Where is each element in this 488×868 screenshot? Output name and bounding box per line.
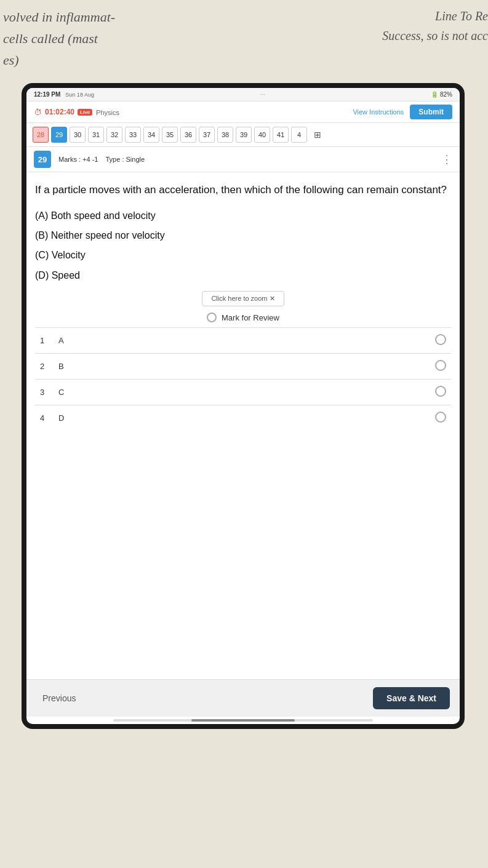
- review-circle-icon: [207, 313, 217, 322]
- question-meta-bar: 29 Marks : +4 -1 Type : Single ⋮: [26, 147, 460, 172]
- question-text: If a particle moves with an acceleration…: [35, 182, 451, 198]
- app-header: ⏱ 01:02:40 Live Physics View Instruction…: [26, 102, 460, 123]
- nav-num-38[interactable]: 38: [217, 127, 233, 143]
- battery-pct: 82%: [440, 91, 452, 98]
- option-d[interactable]: (D) Speed: [35, 269, 451, 282]
- nav-num-29[interactable]: 29: [51, 127, 67, 143]
- answer-row-2[interactable]: 2 B: [35, 354, 451, 380]
- mark-for-review[interactable]: Mark for Review: [207, 313, 279, 322]
- option-c[interactable]: (C) Velocity: [35, 249, 451, 262]
- row-letter-a: A: [54, 328, 72, 354]
- nav-num-30[interactable]: 30: [70, 127, 86, 143]
- question-nav-bar: 28 29 30 31 32 33 34 35 36 37 38 39 40 4…: [26, 123, 460, 147]
- row-letter-d: D: [54, 405, 72, 431]
- bottom-navigation: Previous Save & Next: [26, 679, 460, 717]
- previous-button[interactable]: Previous: [36, 690, 82, 707]
- scroll-thumb: [191, 719, 295, 722]
- row-radio-2[interactable]: [430, 354, 451, 380]
- row-content-1: [72, 328, 430, 354]
- nav-num-31[interactable]: 31: [88, 127, 104, 143]
- bg-handwritten-right: Line To Re Success, so is not acc: [382, 6, 488, 46]
- nav-num-35[interactable]: 35: [162, 127, 178, 143]
- bg-handwritten-left: volved in inflammat- cells called (mast …: [3, 6, 115, 71]
- subject-label: Physics: [96, 109, 119, 116]
- nav-num-28[interactable]: 28: [33, 127, 49, 143]
- header-right: View Instructions Submit: [353, 105, 452, 119]
- option-b[interactable]: (B) Neither speed nor velocity: [35, 229, 451, 242]
- radio-button-1[interactable]: [435, 334, 446, 345]
- nav-num-32[interactable]: 32: [106, 127, 122, 143]
- row-num-1: 1: [35, 328, 54, 354]
- scroll-indicator: [113, 719, 373, 722]
- answer-row-4[interactable]: 4 D: [35, 405, 451, 431]
- nav-num-39[interactable]: 39: [236, 127, 252, 143]
- row-num-3: 3: [35, 380, 54, 405]
- view-instructions-link[interactable]: View Instructions: [353, 108, 404, 116]
- row-radio-3[interactable]: [430, 380, 451, 405]
- status-left: 12:19 PM Sun 18 Aug: [34, 91, 94, 98]
- option-a[interactable]: (A) Both speed and velocity: [35, 209, 451, 223]
- row-content-4: [72, 405, 430, 431]
- mark-review-label: Mark for Review: [222, 313, 279, 322]
- question-content-area: If a particle moves with an acceleration…: [26, 172, 460, 679]
- battery-icon: 🔋: [431, 91, 438, 98]
- timer-icon: ⏱: [34, 108, 42, 117]
- row-content-3: [72, 380, 430, 405]
- timer-section: ⏱ 01:02:40 Live Physics: [34, 108, 119, 117]
- tablet-frame: 12:19 PM Sun 18 Aug ··· 🔋 82% ⏱ 01:02:40…: [22, 83, 465, 729]
- status-bar: 12:19 PM Sun 18 Aug ··· 🔋 82%: [26, 88, 460, 102]
- nav-num-40[interactable]: 40: [254, 127, 270, 143]
- answer-row-3[interactable]: 3 C: [35, 380, 451, 405]
- more-options-icon[interactable]: ⋮: [441, 153, 452, 166]
- nav-num-37[interactable]: 37: [199, 127, 215, 143]
- save-next-button[interactable]: Save & Next: [373, 687, 450, 709]
- row-letter-b: B: [54, 354, 72, 380]
- answer-row-1[interactable]: 1 A: [35, 328, 451, 354]
- row-content-2: [72, 354, 430, 380]
- row-num-2: 2: [35, 354, 54, 380]
- type-info: Type : Single: [106, 156, 145, 163]
- status-right: 🔋 82%: [431, 91, 452, 98]
- tablet-screen: 12:19 PM Sun 18 Aug ··· 🔋 82% ⏱ 01:02:40…: [26, 88, 460, 724]
- marks-info: Marks : +4 -1: [58, 156, 98, 163]
- nav-num-36[interactable]: 36: [180, 127, 196, 143]
- nav-num-4[interactable]: 4: [291, 127, 307, 143]
- row-num-4: 4: [35, 405, 54, 431]
- status-dots: ···: [260, 91, 265, 98]
- row-radio-4[interactable]: [430, 405, 451, 431]
- answer-options-table: 1 A 2 B: [35, 327, 451, 431]
- radio-button-4[interactable]: [435, 412, 446, 423]
- nav-num-33[interactable]: 33: [125, 127, 141, 143]
- nav-num-41[interactable]: 41: [273, 127, 289, 143]
- zoom-button[interactable]: Click here to zoom ✕: [202, 291, 284, 306]
- radio-button-2[interactable]: [435, 360, 446, 371]
- submit-button[interactable]: Submit: [410, 105, 452, 119]
- status-time: 12:19 PM: [34, 91, 60, 98]
- status-date: Sun 18 Aug: [65, 92, 94, 98]
- radio-button-3[interactable]: [435, 386, 446, 397]
- live-badge: Live: [78, 109, 92, 116]
- row-radio-1[interactable]: [430, 328, 451, 354]
- timer-display: 01:02:40: [45, 108, 74, 116]
- question-number-badge: 29: [34, 151, 51, 168]
- row-letter-c: C: [54, 380, 72, 405]
- grid-icon[interactable]: ⊞: [310, 127, 326, 143]
- nav-num-34[interactable]: 34: [143, 127, 159, 143]
- zoom-area: Click here to zoom ✕ Mark for Review: [35, 291, 451, 322]
